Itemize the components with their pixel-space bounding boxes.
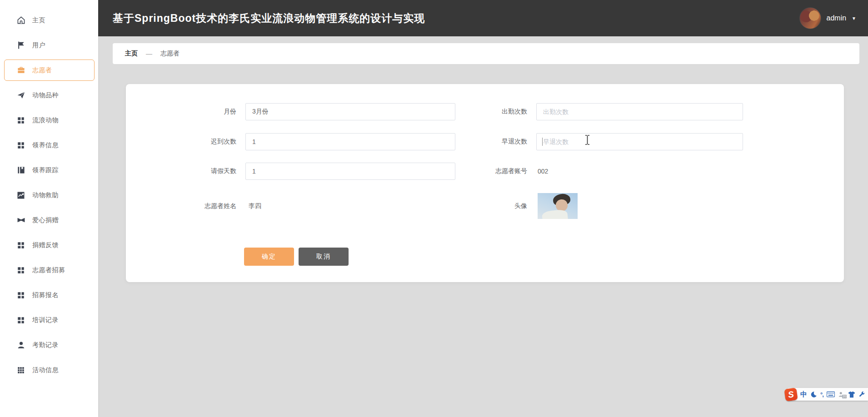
- sidebar-item-home[interactable]: 主页: [0, 8, 98, 33]
- sidebar-item-volunteer-recruitment[interactable]: 志愿者招募: [0, 258, 98, 283]
- sidebar-item-label: 主页: [32, 16, 45, 25]
- cancel-button[interactable]: 取消: [299, 248, 349, 266]
- sidebar-item-attendance-records[interactable]: 考勤记录: [0, 333, 98, 357]
- grid-icon: [16, 316, 25, 325]
- sidebar-item-label: 志愿者: [32, 66, 52, 74]
- user-menu[interactable]: admin ▼: [799, 0, 856, 36]
- flag-icon: [16, 41, 25, 50]
- ime-chinese-mode-icon[interactable]: 中: [800, 390, 807, 399]
- sidebar-item-animal-breeds[interactable]: 动物品种: [0, 83, 98, 108]
- grid-icon: [16, 266, 25, 275]
- briefcase-icon: [16, 66, 25, 75]
- sidebar-item-volunteers[interactable]: 志愿者: [0, 58, 98, 83]
- header: 基于SpringBoot技术的李氏实业流浪动物管理系统的设计与实现 admin …: [98, 0, 868, 36]
- moon-icon[interactable]: [810, 391, 817, 398]
- leave-days-label: 请假天数: [126, 167, 241, 175]
- breadcrumb-separator: —: [146, 50, 152, 57]
- sidebar-item-adoption-tracking[interactable]: 领养跟踪: [0, 158, 98, 183]
- keyboard-icon[interactable]: [827, 391, 835, 397]
- grid-icon: [16, 241, 25, 250]
- paper-plane-icon: [16, 91, 25, 100]
- sidebar-item-label: 用户: [32, 41, 45, 50]
- text-caret: [542, 138, 543, 146]
- grid9-icon: [16, 366, 25, 375]
- sidebar-item-label: 志愿者招募: [32, 266, 65, 274]
- avatar-label: 头像: [421, 202, 532, 210]
- account-value: 002: [538, 168, 548, 175]
- form-row-account: 志愿者账号 002: [421, 163, 548, 180]
- home-icon: [16, 16, 25, 25]
- sogou-logo-icon[interactable]: S: [784, 387, 798, 401]
- volunteer-photo[interactable]: [538, 193, 578, 219]
- sidebar-item-label: 动物品种: [32, 91, 59, 99]
- confirm-button[interactable]: 确定: [244, 248, 294, 266]
- name-value: 李四: [249, 202, 261, 210]
- sidebar-item-activity-info[interactable]: 活动信息: [0, 357, 98, 382]
- name-label: 志愿者姓名: [126, 202, 241, 210]
- wrench-icon[interactable]: [858, 391, 865, 398]
- breadcrumb: 主页 — 志愿者: [113, 43, 859, 64]
- grid-icon: [16, 141, 25, 150]
- person-icon: [16, 341, 25, 350]
- sidebar-item-adoption-info[interactable]: 领养信息: [0, 133, 98, 158]
- form-actions: 确定 取消: [244, 248, 349, 266]
- sidebar-item-label: 捐赠反馈: [32, 241, 59, 249]
- sidebar-item-label: 领养信息: [32, 141, 59, 149]
- sidebar-item-training-records[interactable]: 培训记录: [0, 308, 98, 333]
- grid-icon: [16, 116, 25, 125]
- sidebar-item-donations[interactable]: 爱心捐赠: [0, 208, 98, 233]
- form-row-avatar: 头像: [421, 193, 578, 219]
- sidebar-item-label: 动物救助: [32, 191, 59, 199]
- photo-shirt: [542, 209, 568, 219]
- early-leave-label: 早退次数: [421, 138, 532, 146]
- sidebar: 主页 用户 志愿者 动物品种 流浪动物 领养信息 领养跟踪: [0, 0, 98, 417]
- sidebar-item-label: 培训记录: [32, 316, 59, 324]
- breadcrumb-home[interactable]: 主页: [125, 50, 138, 58]
- form-row-late: 迟到次数: [126, 133, 455, 150]
- sidebar-item-label: 流浪动物: [32, 116, 59, 124]
- sidebar-item-label: 招募报名: [32, 291, 59, 299]
- ime-toolbar: S 中 °, 20: [787, 388, 868, 401]
- attendance-input[interactable]: [536, 103, 743, 120]
- user-avatar[interactable]: [799, 7, 821, 29]
- grid-icon: [16, 291, 25, 300]
- user-count-badge: 20: [842, 395, 847, 398]
- breadcrumb-current: 志愿者: [160, 50, 180, 58]
- sidebar-item-label: 爱心捐赠: [32, 216, 59, 224]
- form-row-early-leave: 早退次数: [421, 133, 743, 150]
- donation-icon: [16, 216, 25, 225]
- user-name: admin: [827, 14, 847, 22]
- user-count-icon[interactable]: 20: [838, 391, 845, 398]
- late-label: 迟到次数: [126, 138, 241, 146]
- sidebar-item-label: 考勤记录: [32, 341, 59, 349]
- sidebar-item-label: 活动信息: [32, 366, 59, 374]
- sidebar-item-donation-feedback[interactable]: 捐赠反馈: [0, 233, 98, 258]
- form-row-attendance: 出勤次数: [421, 103, 743, 120]
- book-icon: [16, 166, 25, 175]
- sidebar-item-recruitment-signup[interactable]: 招募报名: [0, 283, 98, 308]
- page-title: 基于SpringBoot技术的李氏实业流浪动物管理系统的设计与实现: [113, 11, 425, 25]
- main-content: 主页 — 志愿者 月份 出勤次数 迟到次数 早退次数 请假天数: [98, 36, 868, 417]
- form-card: 月份 出勤次数 迟到次数 早退次数 请假天数 志愿者账号 002: [126, 84, 844, 282]
- chart-icon: [16, 191, 25, 200]
- month-label: 月份: [126, 108, 241, 116]
- skin-shirt-icon[interactable]: [848, 391, 855, 398]
- sidebar-item-animal-rescue[interactable]: 动物救助: [0, 183, 98, 208]
- form-row-name: 志愿者姓名 李四: [126, 193, 261, 219]
- chevron-down-icon: ▼: [852, 16, 856, 21]
- account-label: 志愿者账号: [421, 167, 532, 175]
- sidebar-item-label: 领养跟踪: [32, 166, 59, 174]
- form-row-leave-days: 请假天数: [126, 163, 455, 180]
- attendance-label: 出勤次数: [421, 108, 532, 116]
- punctuation-mode-icon[interactable]: °,: [820, 391, 823, 398]
- sidebar-item-users[interactable]: 用户: [0, 33, 98, 58]
- form-row-month: 月份: [126, 103, 455, 120]
- early-leave-input[interactable]: [536, 133, 743, 150]
- sidebar-item-stray-animals[interactable]: 流浪动物: [0, 108, 98, 133]
